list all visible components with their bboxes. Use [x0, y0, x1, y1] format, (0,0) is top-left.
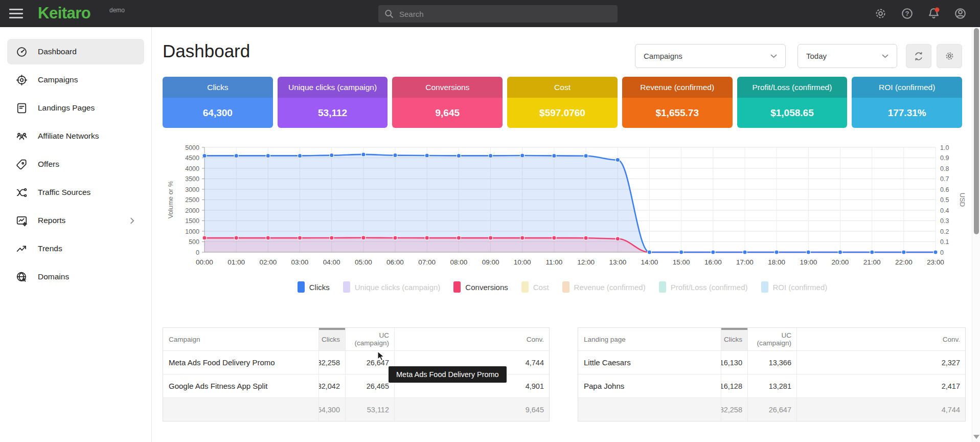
- column-header-clicks[interactable]: Clicks: [318, 328, 345, 350]
- stat-card-value: $1,655.73: [622, 98, 733, 128]
- table-row[interactable]: Little Caesars16,13013,3662,327: [578, 351, 965, 374]
- legend-item-roi-confirmed[interactable]: ROI (confirmed): [761, 281, 828, 293]
- stat-card-label: Cost: [507, 77, 618, 98]
- stat-card-revenue-confirmed[interactable]: Revenue (confirmed)$1,655.73: [622, 77, 733, 128]
- totals-cell: [578, 398, 721, 421]
- table-row[interactable]: Papa Johns16,12813,2812,417: [578, 374, 965, 398]
- svg-text:15:00: 15:00: [673, 258, 690, 266]
- menu-toggle-icon[interactable]: [9, 9, 23, 18]
- legend-label: Revenue (confirmed): [574, 283, 646, 292]
- column-header-landing-page[interactable]: Landing page: [578, 328, 721, 350]
- legend-swatch: [298, 281, 305, 293]
- column-header-uc-campaign[interactable]: UC (campaign): [747, 328, 796, 350]
- campaigns-filter-select[interactable]: Campaigns: [635, 44, 786, 68]
- stat-card-label: Revenue (confirmed): [622, 77, 733, 98]
- search-input[interactable]: [398, 9, 618, 19]
- sidebar-item-affiliate-networks[interactable]: Affiliate Networks: [7, 123, 144, 149]
- table-header-row: Landing pageClicksUC (campaign)Conv.: [578, 328, 965, 351]
- scrollbar-thumb[interactable]: [974, 28, 979, 234]
- chevron-down-icon: [770, 54, 777, 58]
- sidebar-item-label: Traffic Sources: [38, 188, 90, 197]
- stat-card-roi-confirmed[interactable]: ROI (confirmed)177.31%: [852, 77, 962, 128]
- svg-text:4500: 4500: [185, 154, 199, 162]
- domains-icon: [16, 271, 28, 283]
- scroll-down-arrow-icon[interactable]: [973, 435, 979, 439]
- column-header-conv[interactable]: Conv.: [796, 328, 965, 350]
- sidebar-item-label: Reports: [38, 216, 65, 225]
- notifications-icon[interactable]: [927, 7, 940, 20]
- svg-text:02:00: 02:00: [259, 258, 277, 266]
- sidebar-item-traffic-sources[interactable]: Traffic Sources: [7, 180, 144, 205]
- date-range-value: Today: [806, 52, 827, 60]
- row-value-cell: 16,130: [721, 351, 747, 374]
- search-icon: [384, 9, 394, 18]
- svg-text:2500: 2500: [185, 196, 199, 204]
- table-header-row: CampaignClicksUC (campaign)Conv.: [163, 328, 549, 351]
- dashboard-settings-button[interactable]: [937, 44, 962, 68]
- svg-text:21:00: 21:00: [863, 258, 881, 266]
- svg-text:USD: USD: [959, 193, 966, 207]
- settings-icon[interactable]: [874, 7, 887, 20]
- logo-badge: demo: [109, 7, 125, 14]
- legend-swatch: [343, 281, 350, 293]
- mouse-cursor: [377, 351, 387, 364]
- account-icon[interactable]: [954, 7, 967, 20]
- sidebar-item-campaigns[interactable]: Campaigns: [7, 67, 144, 93]
- legend-label: Conversions: [465, 283, 508, 292]
- column-header-clicks[interactable]: Clicks: [721, 328, 747, 350]
- svg-text:16:00: 16:00: [704, 258, 722, 266]
- totals-cell: 4,744: [796, 398, 965, 421]
- sidebar-item-reports[interactable]: Reports: [7, 208, 144, 233]
- svg-text:12:00: 12:00: [577, 258, 595, 266]
- stat-card-label: ROI (confirmed): [852, 77, 962, 98]
- column-header-conv[interactable]: Conv.: [394, 328, 549, 350]
- svg-text:0: 0: [940, 249, 944, 256]
- sidebar-item-offers[interactable]: Offers: [7, 151, 144, 177]
- stat-card-cost[interactable]: Cost$597.0760: [507, 77, 618, 128]
- legend-item-conversions[interactable]: Conversions: [453, 281, 508, 293]
- sidebar-item-label: Landings Pages: [38, 103, 95, 113]
- scrollbar-track[interactable]: [972, 27, 980, 442]
- svg-text:17:00: 17:00: [736, 258, 754, 266]
- svg-text:0.3: 0.3: [940, 217, 949, 225]
- sort-indicator: [319, 328, 345, 330]
- row-name-cell: Papa Johns: [578, 374, 721, 397]
- svg-text:19:00: 19:00: [800, 258, 817, 266]
- stat-card-unique-clicks-campaign[interactable]: Unique clicks (campaign)53,112: [278, 77, 388, 128]
- stat-card-clicks[interactable]: Clicks64,300: [163, 77, 273, 128]
- stat-card-profit-loss-confirmed[interactable]: Profit/Loss (confirmed)$1,058.65: [737, 77, 848, 128]
- dashboard-icon: [16, 46, 28, 58]
- column-header-uc-campaign[interactable]: UC (campaign): [345, 328, 394, 350]
- refresh-button[interactable]: [906, 44, 931, 68]
- svg-text:0.2: 0.2: [940, 228, 949, 235]
- help-icon[interactable]: ?: [901, 7, 914, 20]
- legend-item-unique-clicks-campaign[interactable]: Unique clicks (campaign): [343, 281, 441, 293]
- row-value-cell: 32,258: [318, 351, 345, 374]
- totals-cell: [163, 398, 318, 421]
- row-value-cell: 32,042: [318, 374, 345, 397]
- stat-card-value: 53,112: [278, 98, 388, 128]
- legend-item-profit-loss-confirmed[interactable]: Profit/Loss (confirmed): [659, 281, 748, 293]
- date-range-select[interactable]: Today: [797, 44, 897, 68]
- global-search[interactable]: [378, 5, 618, 23]
- sidebar-item-dashboard[interactable]: Dashboard: [7, 39, 144, 64]
- svg-text:13:00: 13:00: [609, 258, 626, 266]
- table-totals-row: 64,30053,1129,645: [163, 398, 549, 421]
- sidebar-item-label: Trends: [38, 244, 62, 253]
- stat-card-conversions[interactable]: Conversions9,645: [392, 77, 503, 128]
- sidebar-item-landings-pages[interactable]: Landings Pages: [7, 95, 144, 121]
- svg-text:11:00: 11:00: [546, 258, 563, 266]
- svg-text:1.0: 1.0: [940, 144, 949, 151]
- stat-card-value: 9,645: [392, 98, 503, 128]
- sidebar-item-trends[interactable]: Trends: [7, 236, 144, 261]
- legend-item-clicks[interactable]: Clicks: [298, 281, 330, 293]
- legend-item-cost[interactable]: Cost: [521, 281, 549, 293]
- sidebar-item-domains[interactable]: Domains: [7, 264, 144, 290]
- legend-item-revenue-confirmed[interactable]: Revenue (confirmed): [562, 281, 646, 293]
- column-header-campaign[interactable]: Campaign: [163, 328, 318, 350]
- totals-cell: 53,112: [345, 398, 394, 421]
- stat-card-label: Conversions: [392, 77, 503, 98]
- app-logo[interactable]: Keitaro: [38, 4, 90, 23]
- svg-text:0.5: 0.5: [940, 196, 949, 204]
- stat-card-value: 64,300: [163, 98, 273, 128]
